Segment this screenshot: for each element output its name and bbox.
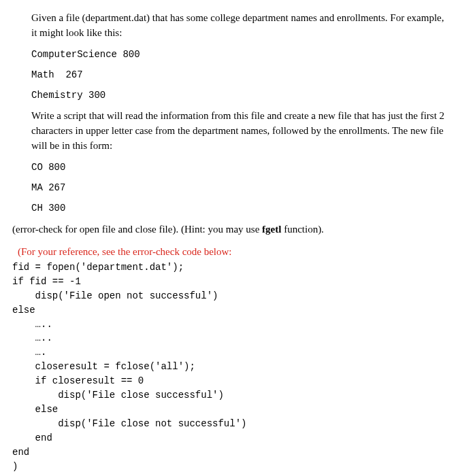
hint-text-pre: (error-check for open file and close fil… bbox=[12, 224, 262, 235]
code-line: …. bbox=[12, 346, 446, 359]
sample-input-line: Math 267 bbox=[31, 68, 446, 82]
code-line: closeresult = fclose('all'); bbox=[12, 360, 446, 373]
code-line: fid = fopen('department.dat'); bbox=[12, 261, 446, 274]
hint-text-post: function). bbox=[281, 224, 323, 235]
sample-output-line: MA 267 bbox=[31, 181, 446, 194]
code-block: fid = fopen('department.dat'); if fid ==… bbox=[12, 261, 446, 473]
code-line: disp('File close successful') bbox=[12, 389, 446, 402]
code-line: else bbox=[12, 403, 446, 416]
sample-input-line: ComputerScience 800 bbox=[31, 48, 446, 61]
intro-paragraph: Given a file (department.dat) that has s… bbox=[31, 11, 446, 41]
hint-bold-func: fgetl bbox=[262, 224, 281, 235]
task-paragraph: Write a script that will read the inform… bbox=[31, 109, 446, 153]
code-line: if closeresult == 0 bbox=[12, 375, 446, 388]
code-line: disp('File close not successful') bbox=[12, 418, 446, 430]
code-line: else bbox=[12, 304, 446, 317]
sample-output-line: CO 800 bbox=[31, 160, 446, 174]
sample-output-line: CH 300 bbox=[31, 201, 446, 215]
code-line: ….. bbox=[12, 318, 446, 331]
code-line: end bbox=[12, 432, 446, 445]
code-line: if fid == -1 bbox=[12, 275, 446, 288]
sample-input-line: Chemistry 300 bbox=[31, 88, 446, 102]
code-line: disp('File open not successful') bbox=[12, 290, 446, 303]
reference-note: (For your reference, see the error-check… bbox=[18, 245, 446, 260]
code-line: ….. bbox=[12, 332, 446, 345]
hint-paragraph: (error-check for open file and close fil… bbox=[12, 222, 446, 237]
code-line: ) bbox=[12, 460, 446, 473]
code-line: end bbox=[12, 446, 446, 459]
